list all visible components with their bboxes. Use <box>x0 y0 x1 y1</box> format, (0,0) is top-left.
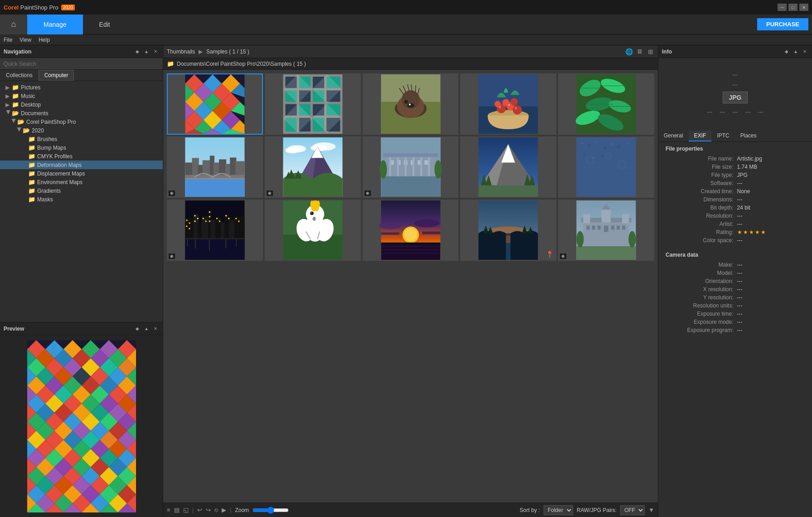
svg-rect-249 <box>428 156 430 176</box>
tab-places[interactable]: Places <box>735 131 762 141</box>
svg-point-183 <box>404 100 408 103</box>
info-close-button[interactable]: ✕ <box>801 48 808 55</box>
tab-manage-label: Manage <box>44 21 67 28</box>
thumb-8[interactable]: ⊕ <box>363 137 459 198</box>
maximize-button[interactable]: □ <box>788 4 797 11</box>
info-pin-button[interactable]: ◆ <box>783 48 790 55</box>
prop-value-yres: --- <box>737 294 805 301</box>
tree-item-displacement[interactable]: ▶ 📁 Displacement Maps <box>0 169 163 178</box>
thumb-4[interactable] <box>460 73 556 135</box>
thumb-1[interactable] <box>167 73 263 135</box>
thumb-img-2 <box>266 74 360 134</box>
menu-file[interactable]: File <box>4 37 12 43</box>
prop-filetype: File type: JPG <box>666 171 805 179</box>
thumb-9[interactable] <box>460 137 556 198</box>
tab-manage[interactable]: Manage <box>27 15 83 34</box>
svg-rect-293 <box>234 216 244 239</box>
status-icon-dropdown[interactable]: ▼ <box>648 507 654 513</box>
nav-close-button[interactable]: ✕ <box>152 48 159 55</box>
tree-item-pictures[interactable]: ▶ 📁 Pictures <box>0 83 163 92</box>
path-bar: 📁 Documents\Corel PaintShop Pro\2020\Sam… <box>163 58 658 70</box>
zoom-slider[interactable] <box>253 507 289 514</box>
minimize-button[interactable]: ─ <box>778 4 787 11</box>
thumb-13[interactable] <box>363 200 459 261</box>
tree-item-bump-maps[interactable]: ▶ 📁 Bump Maps <box>0 143 163 152</box>
tab-computer[interactable]: Computer <box>39 70 74 81</box>
thumb-6[interactable]: ⊕ <box>167 137 263 198</box>
svg-rect-311 <box>238 220 239 222</box>
thumb-10[interactable] <box>558 137 654 198</box>
thumb-14-pin: 📍 <box>546 251 554 258</box>
menu-view[interactable]: View <box>19 37 31 43</box>
info-expand-button[interactable]: ▲ <box>792 48 799 55</box>
tree-item-cmyk[interactable]: ▶ 📁 CMYK Profiles <box>0 152 163 161</box>
prop-model: Model: --- <box>666 269 805 277</box>
purchase-button[interactable]: PURCHASE <box>757 18 808 30</box>
thumb-15[interactable]: ⊕ <box>558 200 654 261</box>
tree-item-desktop[interactable]: ▶ 📁 Desktop <box>0 100 163 109</box>
tree-item-gradients[interactable]: ▶ 📁 Gradients <box>0 186 163 195</box>
folder-icon-environment: 📁 <box>28 179 35 185</box>
status-icon-1[interactable]: ≡ <box>167 507 170 513</box>
svg-rect-273 <box>602 155 604 157</box>
info-panel-content: --- --- JPG --- --- --- --- --- General … <box>658 58 812 517</box>
tab-general[interactable]: General <box>658 131 689 141</box>
thumb-3[interactable] <box>363 73 459 135</box>
prop-label-resolution: Resolution: <box>666 213 737 219</box>
tree-item-music[interactable]: ▶ 📁 Music <box>0 92 163 100</box>
status-icon-rotate-ccw[interactable]: ↩ <box>197 507 202 513</box>
preview-expand-button[interactable]: ▲ <box>143 325 150 332</box>
close-button[interactable]: ✕ <box>799 4 808 11</box>
folder-icon-cmyk: 📁 <box>28 153 35 160</box>
status-icon-5[interactable]: ⎋ <box>214 507 218 513</box>
status-icon-2[interactable]: ▤ <box>174 507 180 513</box>
thumb-14[interactable]: 📍 <box>460 200 556 261</box>
status-icon-3[interactable]: ◱ <box>183 507 189 513</box>
thumb-15-badge: ⊕ <box>560 254 566 259</box>
status-icon-rotate-cw[interactable]: ↪ <box>206 507 211 513</box>
nav-pin-button[interactable]: ◆ <box>134 48 141 55</box>
prop-value-dimensions: --- <box>737 196 805 203</box>
thumb-11[interactable]: ⊕ <box>167 200 263 261</box>
tab-iptc[interactable]: IPTC <box>711 131 734 141</box>
tree-item-corel[interactable]: ▶ 📂 Corel PaintShop Pro <box>0 117 163 126</box>
tree-item-masks[interactable]: ▶ 📁 Masks <box>0 195 163 204</box>
view-icon-grid[interactable]: ⊞ <box>647 48 654 55</box>
globe-icon[interactable]: 🌐 <box>625 48 632 55</box>
tree-item-2020[interactable]: ▶ 📂 2020 <box>0 126 163 135</box>
tree-item-environment[interactable]: ▶ 📁 Environment Maps <box>0 178 163 186</box>
home-button[interactable]: ⌂ <box>0 15 27 34</box>
preview-close-button[interactable]: ✕ <box>152 325 159 332</box>
thumb-7[interactable]: ⊕ <box>265 137 361 198</box>
svg-rect-365 <box>583 214 590 223</box>
prop-label-filename: File name: <box>666 156 737 162</box>
raw-dropdown[interactable]: OFF ON <box>620 505 645 515</box>
tree-item-brushes[interactable]: ▶ 📁 Brushes <box>0 135 163 143</box>
svg-rect-286 <box>202 216 209 239</box>
thumb-img-8 <box>364 137 458 197</box>
sort-dropdown[interactable]: Folder Name Date Size <box>544 505 573 515</box>
menu-help[interactable]: Help <box>39 37 50 43</box>
svg-point-330 <box>311 212 312 213</box>
thumb-2[interactable] <box>265 73 361 135</box>
tab-exif[interactable]: EXIF <box>689 131 712 141</box>
search-input[interactable] <box>4 61 159 67</box>
prop-yres: Y resolution: --- <box>666 293 805 302</box>
raw-label: RAW/JPG Pairs: <box>577 507 617 513</box>
prop-expmode: Exposure mode: --- <box>666 318 805 326</box>
status-icon-6[interactable]: ▶ <box>222 507 226 513</box>
tree-item-deformation[interactable]: ▶ 📁 Deformation Maps <box>0 161 163 169</box>
tab-edit[interactable]: Edit <box>83 15 126 34</box>
prop-software: Software: --- <box>666 179 805 187</box>
nav-expand-button[interactable]: ▲ <box>143 48 150 55</box>
divider-3: --- <box>733 109 738 115</box>
preview-pin-button[interactable]: ◆ <box>134 325 141 332</box>
view-icon-single[interactable]: 🖼 <box>636 48 643 55</box>
tab-collections[interactable]: Collections <box>0 70 39 81</box>
tree-item-documents[interactable]: ▶ 📂 Documents <box>0 109 163 117</box>
thumb-img-6 <box>168 137 262 197</box>
label-corel: Corel PaintShop Pro <box>26 119 76 125</box>
thumb-12[interactable] <box>265 200 361 261</box>
thumb-5[interactable] <box>558 73 654 135</box>
prop-value-rating: ★★★★★ <box>737 229 805 235</box>
